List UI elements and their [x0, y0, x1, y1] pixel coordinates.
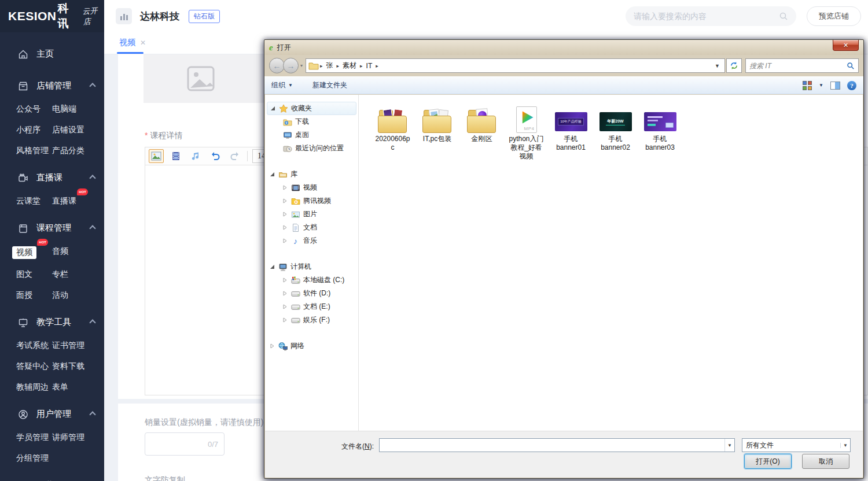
shop-icon	[17, 80, 28, 91]
open-button[interactable]: 打开(O)	[744, 454, 792, 469]
filetype-select[interactable]: 所有文件	[742, 438, 851, 452]
dialog-footer: 文件名(N): 所有文件 打开(O) 取消	[265, 431, 863, 478]
sidebar-item-gongzhonghao[interactable]: 公众号	[16, 104, 41, 114]
tree-tencent-video[interactable]: 腾讯视频	[265, 194, 358, 208]
file-item-banner03[interactable]: 手机banner03	[638, 103, 682, 161]
preview-pane-icon[interactable]	[830, 82, 840, 90]
sidebar-item-biaodan[interactable]: 表单	[52, 382, 68, 393]
nav-history-chevron-icon[interactable]: ▾	[300, 63, 303, 68]
sidebar-section-shop[interactable]: 店铺管理	[0, 75, 104, 97]
sidebar-section-tools[interactable]: 教学工具	[0, 311, 104, 334]
tree-pictures[interactable]: 图片	[265, 208, 358, 221]
collapsed-icon	[282, 225, 288, 230]
help-icon[interactable]: ?	[847, 81, 856, 90]
sidebar-item-huodong[interactable]: 活动	[52, 290, 68, 301]
header-search-input[interactable]	[634, 12, 779, 21]
collapsed-icon	[282, 238, 288, 243]
user-icon	[17, 409, 28, 420]
forward-icon[interactable]: →	[283, 58, 299, 73]
sidebar-item-zhengshuguanli[interactable]: 证书管理	[52, 341, 84, 351]
sidebar-item-fenzuguanli[interactable]: 分组管理	[16, 453, 49, 464]
sidebar-item-jiaofuzhoubian[interactable]: 教辅周边	[16, 382, 49, 393]
file-item-folder-itpc[interactable]: IT,pc包装	[415, 103, 459, 161]
sidebar-section-users[interactable]: 用户管理	[0, 403, 104, 426]
chevron-up-icon	[89, 319, 95, 325]
sidebar-item-yinpin[interactable]: 音频	[52, 246, 68, 259]
breadcrumb-it[interactable]: IT	[363, 62, 376, 70]
tree-drive-f[interactable]: 娱乐 (F:)	[265, 313, 358, 327]
search-icon[interactable]	[779, 12, 788, 21]
file-item-mp4-python[interactable]: MP4 python入门教程_好看视频	[504, 103, 549, 161]
tree-drive-e[interactable]: 文档 (E:)	[265, 300, 358, 313]
sidebar-item-kaoshixitong[interactable]: 考试系统	[16, 341, 49, 351]
tree-favorites[interactable]: 收藏夹	[267, 102, 356, 115]
sales-input[interactable]: 0/7	[145, 432, 225, 456]
sidebar-item-dianpushezhi[interactable]: 店铺设置	[52, 125, 84, 135]
sidebar-item-chanpinfenlei[interactable]: 产品分类	[52, 146, 84, 156]
file-name: python入门教程_好看视频	[509, 135, 545, 161]
sidebar-item-ziliaoxiazai[interactable]: 资料下载	[52, 361, 84, 372]
breadcrumb-sucai[interactable]: 素材	[339, 61, 360, 71]
tree-drive-d[interactable]: 软件 (D:)	[265, 287, 358, 300]
sidebar-item-xueyuanguanli[interactable]: 学员管理	[16, 432, 49, 443]
sidebar-section-course[interactable]: 课程管理	[0, 217, 104, 239]
breadcrumb-bar[interactable]: 张 素材 IT	[306, 58, 725, 73]
tree-documents[interactable]: 文档	[265, 221, 358, 234]
tree-music[interactable]: ♪ 音乐	[265, 234, 358, 247]
sidebar-item-fenggeguanli[interactable]: 风格管理	[16, 146, 49, 156]
tree-computer[interactable]: 计算机	[265, 260, 358, 273]
sidebar-item-zhuanlan[interactable]: 专栏	[52, 269, 68, 280]
sidebar-item-yunketang[interactable]: 云课堂	[16, 196, 41, 206]
tab-close-icon[interactable]	[140, 39, 146, 47]
file-name: IT,pc包装	[420, 135, 455, 143]
filename-input[interactable]	[380, 439, 724, 452]
sidebar-section-title: 直播课	[36, 172, 62, 183]
sidebar-item-shipin-active[interactable]: 视频HOT	[12, 246, 36, 259]
sidebar-item-diannaoduan[interactable]: 电脑端	[52, 104, 76, 114]
file-item-folder-jingangqu[interactable]: 金刚区	[459, 103, 504, 161]
filename-dropdown-icon[interactable]	[724, 439, 734, 452]
dialog-search-input[interactable]	[749, 62, 847, 70]
insert-image-button[interactable]	[149, 149, 164, 163]
preview-store-button[interactable]: 预览店铺	[807, 6, 861, 26]
sidebar-item-xiaochengxu[interactable]: 小程序	[16, 125, 41, 135]
tree-downloads[interactable]: 下载	[265, 115, 358, 128]
sidebar-item-mianshou[interactable]: 面授	[16, 290, 32, 301]
file-item-banner01[interactable]: 10年产品经验 手机banner01	[549, 103, 593, 161]
redo-button[interactable]	[227, 149, 242, 163]
tree-network[interactable]: 网络	[265, 339, 358, 353]
tree-drive-c[interactable]: 本地磁盘 (C:)	[265, 273, 358, 287]
cancel-button[interactable]: 取消	[802, 454, 849, 469]
breadcrumb-zhang[interactable]: 张	[323, 61, 337, 71]
views-dropdown-icon[interactable]	[819, 83, 823, 88]
change-view-icon[interactable]	[803, 81, 812, 90]
file-item-banner02[interactable]: 年薪20W 手机banner02	[593, 103, 638, 161]
sidebar-section-live[interactable]: 直播课	[0, 166, 104, 189]
tree-desktop[interactable]: 桌面	[265, 128, 358, 142]
sidebar-item-zhiboke[interactable]: 直播课HOT	[52, 196, 76, 206]
refresh-icon[interactable]	[726, 58, 742, 73]
insert-video-button[interactable]	[168, 149, 183, 163]
tree-libraries[interactable]: 库	[265, 168, 358, 181]
recent-places-icon	[282, 144, 292, 153]
sidebar-item-tuwen[interactable]: 图文	[16, 269, 32, 280]
address-dropdown-icon[interactable]	[715, 63, 720, 69]
organize-menu[interactable]: 组织	[271, 80, 293, 90]
sidebar-item-home[interactable]: 主页	[0, 43, 104, 65]
tree-recent-places[interactable]: 最近访问的位置	[265, 142, 358, 155]
insert-audio-button[interactable]	[188, 149, 203, 163]
tab-video[interactable]: 视频	[119, 38, 146, 48]
sidebar-item-jiangshiguanli[interactable]: 讲师管理	[52, 432, 84, 443]
undo-button[interactable]	[208, 149, 223, 163]
close-icon[interactable]	[833, 40, 859, 51]
dialog-titlebar[interactable]: e 打开	[264, 40, 863, 55]
sidebar-section-ops[interactable]: 运营管理	[0, 474, 104, 481]
new-folder-button[interactable]: 新建文件夹	[312, 80, 347, 90]
plan-badge[interactable]: 钻石版	[189, 10, 220, 23]
back-icon[interactable]: ←	[269, 58, 285, 73]
sidebar-item-dayizhongxin[interactable]: 答疑中心	[16, 361, 49, 372]
tree-videos[interactable]: 视频	[265, 181, 358, 194]
folder-icon	[467, 109, 497, 133]
file-item-folder-20200606pc[interactable]: 20200606pc	[370, 103, 415, 161]
drive-icon	[290, 289, 300, 298]
